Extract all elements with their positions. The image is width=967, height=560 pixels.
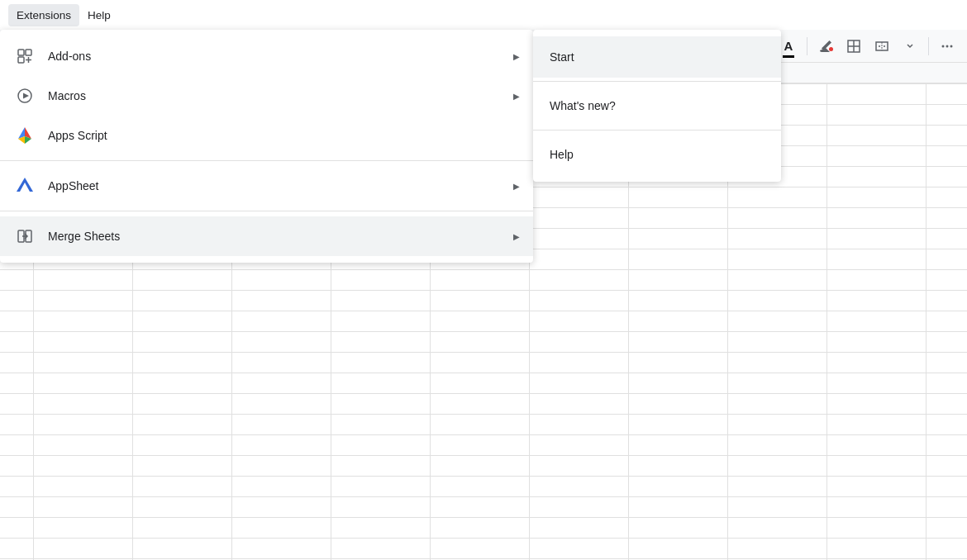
menubar-extensions[interactable]: Extensions bbox=[8, 4, 79, 26]
separator-2 bbox=[928, 37, 929, 55]
macros-icon-container bbox=[13, 84, 36, 107]
apps-script-icon bbox=[15, 126, 35, 145]
more-options-icon bbox=[940, 39, 955, 54]
submenu-item-whats-new[interactable]: What's new? bbox=[533, 85, 781, 126]
chevron-down-icon bbox=[907, 43, 913, 50]
add-ons-icon-container bbox=[13, 45, 36, 68]
macros-arrow: ▶ bbox=[513, 92, 520, 101]
submenu-item-help[interactable]: Help bbox=[533, 134, 781, 175]
submenu-item-start[interactable]: Start bbox=[533, 36, 781, 78]
font-color-letter: A bbox=[784, 39, 793, 53]
borders-icon bbox=[846, 39, 861, 54]
svg-rect-12 bbox=[26, 50, 31, 55]
submenu-start-label: Start bbox=[550, 50, 574, 64]
fill-color-icon bbox=[818, 39, 833, 54]
svg-point-8 bbox=[942, 45, 945, 47]
menubar: Extensions Help bbox=[0, 0, 967, 30]
merge-sheets-submenu: Start What's new? Help bbox=[533, 30, 781, 182]
add-ons-arrow: ▶ bbox=[513, 52, 520, 61]
appsheet-arrow: ▶ bbox=[513, 182, 520, 191]
svg-rect-11 bbox=[18, 50, 24, 55]
merge-cells-icon bbox=[874, 39, 889, 54]
font-color-underline bbox=[783, 55, 794, 58]
appsheet-label: AppSheet bbox=[48, 179, 513, 192]
svg-point-9 bbox=[946, 45, 949, 47]
menu-item-apps-script[interactable]: Apps Script bbox=[0, 116, 533, 155]
borders-button[interactable] bbox=[841, 33, 867, 59]
divider-2 bbox=[0, 211, 533, 211]
svg-marker-15 bbox=[23, 93, 29, 99]
separator-1 bbox=[807, 37, 807, 55]
apps-script-icon-container bbox=[13, 124, 36, 147]
macros-icon bbox=[17, 88, 33, 104]
fill-color-button[interactable] bbox=[812, 33, 839, 59]
menu-item-appsheet[interactable]: AppSheet ▶ bbox=[0, 166, 533, 206]
menubar-help[interactable]: Help bbox=[79, 4, 119, 26]
menu-item-add-ons[interactable]: Add-ons ▶ bbox=[0, 36, 533, 76]
svg-rect-13 bbox=[18, 57, 24, 63]
merge-sheets-label: Merge Sheets bbox=[48, 230, 513, 243]
merge-cells-button[interactable] bbox=[869, 33, 895, 59]
macros-label: Macros bbox=[48, 89, 513, 102]
merge-sheets-icon bbox=[17, 228, 33, 244]
submenu-whats-new-label: What's new? bbox=[550, 99, 616, 112]
merge-sheets-arrow: ▶ bbox=[513, 232, 520, 241]
svg-point-10 bbox=[950, 45, 953, 47]
extensions-dropdown: Add-ons ▶ Macros ▶ bbox=[0, 30, 533, 263]
appsheet-icon bbox=[16, 177, 34, 195]
appsheet-icon-container bbox=[13, 174, 36, 197]
submenu-divider-2 bbox=[533, 130, 781, 131]
add-ons-label: Add-ons bbox=[48, 50, 513, 63]
more-options-button[interactable] bbox=[934, 33, 960, 59]
merge-dropdown-button[interactable] bbox=[897, 33, 923, 59]
menu-item-macros[interactable]: Macros ▶ bbox=[0, 76, 533, 116]
submenu-help-label: Help bbox=[550, 148, 574, 161]
add-ons-icon bbox=[17, 48, 33, 64]
menu-item-merge-sheets[interactable]: Merge Sheets ▶ bbox=[0, 216, 533, 256]
merge-sheets-icon-container bbox=[13, 225, 36, 248]
svg-point-0 bbox=[829, 47, 833, 51]
submenu-divider-1 bbox=[533, 81, 781, 82]
apps-script-label: Apps Script bbox=[48, 129, 520, 142]
divider-1 bbox=[0, 160, 533, 161]
